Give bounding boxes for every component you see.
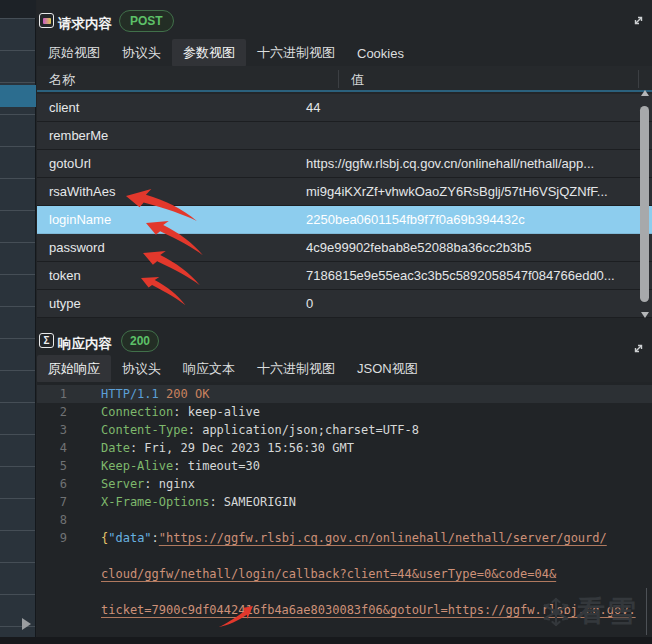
code-line-1: 1 HTTP/1.1 200 OK (37, 385, 652, 403)
param-value: 0 (306, 296, 313, 311)
param-value: https://ggfw.rlsbj.cq.gov.cn/onlinehall/… (306, 156, 594, 171)
column-header-name[interactable]: 名称 (49, 71, 75, 89)
code-line-7: 7 X-Frame-Options: SAMEORIGIN (37, 493, 652, 511)
line-number: 3 (37, 421, 67, 439)
sidebar-header-cell (0, 0, 36, 18)
response-section-title: 响应内容 (58, 335, 112, 353)
line-number: 5 (37, 457, 67, 475)
response-tab-bar: 原始响应 协议头 响应文本 十六进制视图 JSON视图 (37, 356, 652, 382)
tab-response-text[interactable]: 响应文本 (172, 355, 246, 383)
param-value: mi9g4iKXrZf+vhwkOaoZY6RsBglj/57tH6VSjQZN… (306, 184, 608, 199)
callback-url-link[interactable]: cloud/ggfw/nethall/login/callback?client… (101, 567, 556, 581)
param-row-loginname-selected[interactable]: loginName 2250bea0601154fb9f7f0a69b39443… (37, 206, 652, 234)
line-number: 2 (37, 403, 67, 421)
param-name: password (49, 240, 105, 255)
table-scrollbar[interactable] (639, 86, 651, 326)
expand-request-icon[interactable] (632, 14, 645, 27)
callback-url-link[interactable]: "https://ggfw.rlsbj.cq.gov.cn/onlinehall… (159, 531, 607, 545)
tab-protocol-headers[interactable]: 协议头 (111, 39, 172, 67)
param-row-client[interactable]: client 44 (37, 94, 652, 122)
request-list-sidebar[interactable] (0, 0, 36, 644)
status-code-badge: 200 (121, 330, 159, 352)
param-name: gotoUrl (49, 156, 91, 171)
tab-raw-response[interactable]: 原始响应 (37, 355, 111, 383)
param-name: client (49, 100, 79, 115)
response-section-header: Σ 响应内容 200 (37, 328, 652, 356)
tab-json-view[interactable]: JSON视图 (346, 355, 429, 383)
tab-resp-protocol-headers[interactable]: 协议头 (111, 355, 172, 383)
column-divider[interactable] (338, 70, 339, 88)
param-name: loginName (49, 212, 111, 227)
request-section-title: 请求内容 (58, 15, 112, 33)
play-triangle-icon[interactable] (22, 618, 31, 630)
tab-resp-hex-view[interactable]: 十六进制视图 (246, 355, 346, 383)
snowflake-icon (540, 596, 572, 628)
param-value: 44 (306, 100, 320, 115)
param-table-body: client 44 remberMe gotoUrl https://ggfw.… (37, 94, 652, 318)
param-value: 2250bea0601154fb9f7f0a69b394432c (306, 212, 525, 227)
code-line-3: 3 Content-Type: application/json;charset… (37, 421, 652, 439)
line-number: 7 (37, 493, 67, 511)
tab-parameter-view[interactable]: 参数视图 (172, 39, 246, 67)
param-row-password[interactable]: password 4c9e99902febab8e52088ba36cc2b3b… (37, 234, 652, 262)
param-row-utype[interactable]: utype 0 (37, 290, 652, 318)
param-table-header: 名称 值 (37, 66, 652, 92)
code-line-8: 8 (37, 511, 652, 529)
param-row-token[interactable]: token 7186815e9e55eac3c3b5c5892058547f08… (37, 262, 652, 290)
request-section-header: 请求内容 POST (37, 0, 652, 40)
request-badge-icon (39, 13, 54, 28)
line-number: 6 (37, 475, 67, 493)
param-name: rsaWithAes (49, 184, 115, 199)
column-header-value[interactable]: 值 (351, 71, 364, 89)
line-number: 9 (37, 529, 67, 644)
right-edge-divider (646, 588, 647, 635)
code-line-4: 4 Date: Fri, 29 Dec 2023 15:56:30 GMT (37, 439, 652, 457)
code-line-6: 6 Server: nginx (37, 475, 652, 493)
scroll-up-arrow-icon[interactable] (641, 90, 649, 96)
sigma-icon: Σ (39, 333, 54, 348)
param-row-gotourl[interactable]: gotoUrl https://ggfw.rlsbj.cq.gov.cn/onl… (37, 150, 652, 178)
request-tab-bar: 原始视图 协议头 参数视图 十六进制视图 Cookies (37, 40, 652, 66)
window-bottom-edge (0, 637, 652, 644)
param-row-remberme[interactable]: remberMe (37, 122, 652, 150)
scroll-down-arrow-icon[interactable] (641, 312, 649, 318)
param-name: remberMe (49, 128, 108, 143)
code-line-5: 5 Keep-Alive: timeout=30 (37, 457, 652, 475)
line-number: 1 (37, 385, 67, 403)
tab-hex-view[interactable]: 十六进制视图 (246, 39, 346, 67)
tab-cookies[interactable]: Cookies (346, 41, 415, 66)
scrollbar-thumb[interactable] (640, 106, 649, 302)
sidebar-selected-row[interactable] (0, 85, 36, 107)
param-value: 7186815e9e55eac3c3b5c5892058547f084766ed… (306, 268, 615, 283)
expand-response-icon[interactable] (632, 342, 645, 355)
line-number: 4 (37, 439, 67, 457)
http-method-badge: POST (119, 10, 174, 32)
param-name: utype (49, 296, 81, 311)
http-debugger-window: { "request": { "title": "请求内容", "method"… (0, 0, 652, 644)
line-number: 8 (37, 511, 67, 529)
code-line-2: 2 Connection: keep-alive (37, 403, 652, 421)
watermark-text: 看雪 (576, 592, 638, 632)
tab-raw-view[interactable]: 原始视图 (37, 39, 111, 67)
detail-panel: 请求内容 POST 原始视图 协议头 参数视图 十六进制视图 Cookies 名… (37, 0, 652, 637)
param-row-rsawithaes[interactable]: rsaWithAes mi9g4iKXrZf+vhwkOaoZY6RsBglj/… (37, 178, 652, 206)
param-value: 4c9e99902febab8e52088ba36cc2b3b5 (306, 240, 532, 255)
param-name: token (49, 268, 81, 283)
kanxue-watermark: 看雪 (540, 592, 638, 632)
